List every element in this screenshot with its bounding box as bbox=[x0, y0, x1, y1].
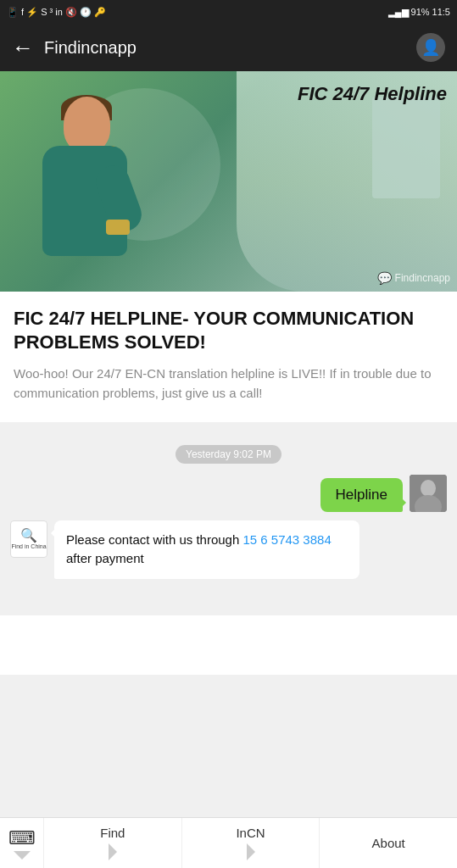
find-triangle bbox=[109, 843, 117, 860]
message-post-text: after payment bbox=[66, 551, 144, 565]
about-nav-label: About bbox=[372, 836, 405, 850]
message-pre-text: Please contact with us through bbox=[66, 532, 242, 547]
chat-message-left-row: 🔍 Find in China Please contact with us t… bbox=[10, 520, 447, 579]
signal-icon: ▂▄▆ bbox=[388, 7, 409, 18]
article-body: Woo-hoo! Our 24/7 EN-CN translation help… bbox=[14, 364, 443, 403]
chat-bubble-right-row: Helpline bbox=[10, 475, 447, 512]
status-icons-left: 📱 f ⚡ S ³ in 🔇 🕐 🔑 bbox=[7, 7, 385, 18]
main-content: FIC 24/7 Helpline 💬 Findincnapp FIC 24/7… bbox=[0, 71, 457, 675]
user-avatar[interactable]: 👤 bbox=[416, 33, 445, 62]
back-button[interactable]: ← bbox=[12, 35, 34, 61]
about-nav-item[interactable]: About bbox=[320, 818, 457, 868]
sender-avatar-right bbox=[410, 475, 447, 512]
hero-watermark: 💬 Findincnapp bbox=[377, 271, 450, 285]
keyboard-triangle bbox=[14, 851, 31, 860]
sender-avatar-image bbox=[410, 475, 447, 512]
hero-figure bbox=[17, 88, 187, 292]
svg-point-1 bbox=[421, 480, 436, 497]
fic-logo: 🔍 Find in China bbox=[10, 520, 47, 558]
helpline-bubble: Helpline bbox=[320, 478, 403, 512]
incn-triangle bbox=[247, 843, 255, 860]
time-display: 11:5 bbox=[432, 7, 450, 17]
hero-window bbox=[372, 97, 440, 198]
watermark-text: Findincnapp bbox=[395, 272, 450, 284]
fic-logo-icon: 🔍 bbox=[20, 527, 37, 543]
person-shape bbox=[17, 88, 161, 292]
article-title: FIC 24/7 HELPLINE- YOUR COMMUNICATION PR… bbox=[14, 307, 443, 353]
app-icons: 📱 f ⚡ S ³ in 🔇 🕐 🔑 bbox=[7, 7, 106, 18]
fic-logo-label: Find in China bbox=[11, 543, 46, 550]
helpline-bubble-text: Helpline bbox=[336, 487, 387, 503]
find-nav-item[interactable]: Find bbox=[44, 818, 182, 868]
status-bar: 📱 f ⚡ S ³ in 🔇 🕐 🔑 ▂▄▆ 91% 11:5 bbox=[0, 0, 457, 24]
incn-nav-label: InCN bbox=[236, 826, 265, 840]
person-head bbox=[64, 97, 110, 152]
keyboard-nav-item[interactable]: ⌨ bbox=[0, 818, 44, 868]
hero-overlay-text: FIC 24/7 Helpline bbox=[298, 83, 447, 105]
chat-timestamp: Yesterday 9:02 PM bbox=[10, 446, 447, 461]
phone-number-link[interactable]: 15 6 5743 3884 bbox=[242, 532, 331, 547]
hero-image-section: FIC 24/7 Helpline 💬 Findincnapp bbox=[0, 71, 457, 292]
top-navigation-bar: ← Findincnapp 👤 bbox=[0, 24, 457, 71]
article-card: FIC 24/7 HELPLINE- YOUR COMMUNICATION PR… bbox=[0, 292, 457, 429]
avatar-icon: 👤 bbox=[421, 38, 440, 57]
incn-nav-item[interactable]: InCN bbox=[182, 818, 320, 868]
person-phone-prop bbox=[106, 220, 130, 235]
fic-message-bubble: Please contact with us through 15 6 5743… bbox=[54, 520, 359, 579]
keyboard-icon: ⌨ bbox=[8, 827, 36, 849]
page-title: Findincnapp bbox=[44, 38, 406, 58]
bottom-navigation-bar: ⌨ Find InCN About bbox=[0, 817, 457, 868]
status-icons-right: ▂▄▆ 91% 11:5 bbox=[388, 7, 450, 18]
timestamp-label: Yesterday 9:02 PM bbox=[176, 445, 281, 464]
chat-section: Yesterday 9:02 PM Helpline bbox=[0, 429, 457, 615]
find-nav-label: Find bbox=[100, 826, 125, 840]
battery-level: 91% bbox=[411, 7, 430, 17]
bottom-padding bbox=[0, 615, 457, 675]
